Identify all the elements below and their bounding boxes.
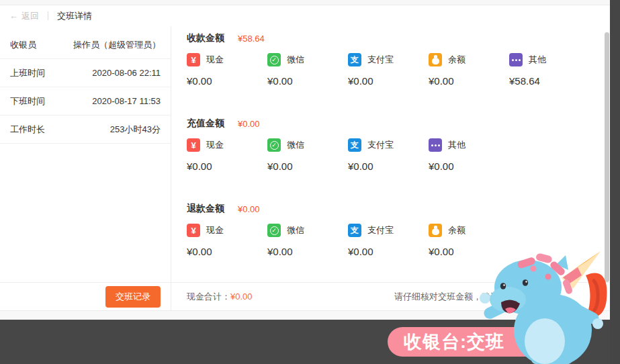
payment-method-amount: ¥0.00	[348, 75, 429, 87]
info-row-end-time: 下班时间 2020-08-17 11:53	[0, 87, 171, 116]
info-label: 下班时间	[10, 95, 45, 107]
info-label: 工作时长	[10, 124, 45, 136]
cash-icon: ¥	[187, 53, 200, 66]
info-row-cashier: 收银员 操作员（超级管理员）	[0, 31, 171, 59]
payment-method-cash: ¥ 现金 ¥0.00	[187, 224, 267, 257]
payment-method-wechat: ✓ 微信 ¥0.00	[267, 224, 348, 257]
payment-method-amount: ¥0.00	[348, 161, 429, 172]
shift-info-panel: 收银员 操作员（超级管理员） 上班时间 2020-08-06 22:11 下班时…	[0, 26, 171, 282]
alipay-icon: 支	[348, 138, 361, 152]
section-title: 充值金额	[187, 118, 224, 130]
cash-total: 现金合计：¥0.00	[187, 291, 253, 303]
payment-method-label: 余额	[448, 224, 466, 236]
payment-method-amount: ¥0.00	[187, 161, 267, 172]
unicorn-mascot-image	[462, 248, 610, 364]
payment-method-label: 其他	[448, 139, 466, 151]
header-divider	[48, 11, 48, 20]
section-total: ¥0.00	[238, 204, 260, 214]
right-edge-strip	[610, 0, 620, 364]
section-title: 退款金额	[187, 203, 224, 215]
payment-method-label: 余额	[448, 54, 466, 66]
section-total: ¥0.00	[238, 119, 260, 129]
payment-method-amount: ¥0.00	[187, 75, 267, 87]
section-head: 充值金额 ¥0.00	[187, 117, 620, 130]
payment-method-amount: ¥0.00	[267, 246, 348, 257]
info-row-duration: 工作时长 253小时43分	[0, 116, 171, 144]
payment-method-label: 现金	[206, 224, 224, 236]
cash-icon: ¥	[187, 224, 200, 237]
payment-method-other: 其他 ¥0.00	[429, 138, 509, 172]
payment-method-amount: ¥58.64	[509, 75, 590, 87]
payment-method-label: 支付宝	[367, 139, 394, 151]
payment-method-alipay: 支 支付宝 ¥0.00	[348, 138, 429, 172]
back-button[interactable]: ← 返回	[9, 10, 39, 22]
payment-method-amount: ¥0.00	[267, 75, 348, 87]
payment-method-amount: ¥0.00	[187, 246, 267, 257]
page-title: 交班详情	[57, 10, 92, 22]
back-arrow-icon: ←	[9, 11, 18, 21]
payment-method-amount: ¥0.00	[348, 246, 429, 257]
scrollbar-thumb[interactable]	[605, 32, 609, 282]
payment-method-label: 现金	[206, 54, 224, 66]
info-label: 上班时间	[10, 67, 45, 79]
info-value: 2020-08-17 11:53	[92, 96, 161, 106]
payment-method-amount: ¥0.00	[267, 161, 348, 172]
payment-method-cash: ¥ 现金 ¥0.00	[187, 53, 267, 87]
cash-icon: ¥	[187, 138, 200, 152]
payment-method-amount: ¥0.00	[429, 75, 509, 87]
payment-method-label: 现金	[206, 139, 224, 151]
content-area: 收银员 操作员（超级管理员） 上班时间 2020-08-06 22:11 下班时…	[0, 26, 620, 282]
wechat-icon: ✓	[267, 138, 281, 152]
payment-method-wechat: ✓ 微信 ¥0.00	[267, 138, 348, 172]
payment-method-cash: ¥ 现金 ¥0.00	[187, 138, 267, 172]
payment-method-alipay: 支 支付宝 ¥0.00	[348, 53, 429, 87]
other-icon	[429, 138, 442, 152]
info-value: 操作员（超级管理员）	[73, 39, 161, 51]
balance-icon	[429, 53, 442, 66]
payment-method-label: 微信	[287, 224, 304, 236]
back-label: 返回	[21, 10, 39, 22]
section-recharge: 充值金额 ¥0.00 ¥ 现金 ¥0.00 ✓ 微信 ¥0.00	[187, 117, 620, 172]
cash-total-label: 现金合计：	[187, 291, 230, 302]
payment-methods-row: ¥ 现金 ¥0.00 ✓ 微信 ¥0.00 支 支付宝 ¥0.00	[187, 53, 620, 87]
info-value: 2020-08-06 22:11	[92, 68, 161, 78]
section-title: 收款金额	[187, 32, 224, 44]
amounts-main: 收款金额 ¥58.64 ¥ 现金 ¥0.00 ✓ 微信 ¥0.00	[171, 26, 620, 282]
payment-method-balance: 余额 ¥0.00	[429, 53, 509, 87]
payment-method-other: 其他 ¥58.64	[509, 53, 590, 87]
shift-detail-screen: ← 返回 交班详情 收银员 操作员（超级管理员） 上班时间 2020-08-06…	[0, 0, 620, 364]
payment-method-alipay: 支 支付宝 ¥0.00	[348, 224, 429, 257]
alipay-icon: 支	[348, 224, 361, 237]
payment-methods-row: ¥ 现金 ¥0.00 ✓ 微信 ¥0.00 支 支付宝 ¥0.00	[187, 138, 620, 172]
wechat-icon: ✓	[267, 53, 281, 66]
wechat-icon: ✓	[267, 224, 281, 237]
payment-method-label: 其他	[529, 54, 546, 66]
payment-method-label: 支付宝	[367, 224, 394, 236]
alipay-icon: 支	[348, 53, 361, 66]
info-label: 收银员	[10, 39, 36, 51]
balance-icon	[429, 224, 442, 237]
footer-left: 交班记录	[0, 283, 171, 311]
section-received: 收款金额 ¥58.64 ¥ 现金 ¥0.00 ✓ 微信 ¥0.00	[187, 32, 620, 87]
info-row-start-time: 上班时间 2020-08-06 22:11	[0, 59, 171, 87]
top-strip	[0, 0, 620, 5]
shift-records-button[interactable]: 交班记录	[105, 286, 161, 308]
payment-method-amount: ¥0.00	[429, 161, 509, 172]
payment-method-wechat: ✓ 微信 ¥0.00	[267, 53, 348, 87]
section-head: 退款金额 ¥0.00	[187, 202, 620, 216]
page-header: ← 返回 交班详情	[0, 5, 620, 26]
other-icon	[509, 53, 523, 66]
cash-total-value: ¥0.00	[230, 291, 253, 302]
section-total: ¥58.64	[238, 34, 265, 44]
payment-method-label: 微信	[287, 54, 304, 66]
info-value: 253小时43分	[110, 124, 161, 136]
section-head: 收款金额 ¥58.64	[187, 32, 620, 45]
payment-method-label: 支付宝	[367, 54, 394, 66]
payment-method-label: 微信	[287, 139, 304, 151]
